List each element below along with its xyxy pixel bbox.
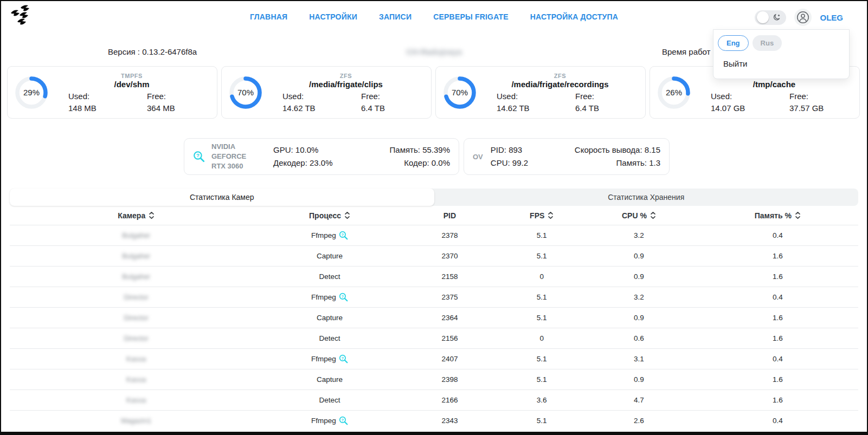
header-right-controls: OLEG bbox=[755, 9, 843, 26]
gpu-stats-left: GPU: 10.0% Декодер: 23.0% bbox=[273, 144, 333, 170]
nav-home[interactable]: ГЛАВНАЯ bbox=[250, 12, 287, 21]
frigate-logo bbox=[9, 4, 34, 31]
column-header[interactable]: CPU % bbox=[581, 211, 697, 220]
table-row: BulgaherFfmpeg ? 23785.13.20.4 bbox=[10, 225, 858, 245]
fps-cell: 5.1 bbox=[503, 417, 581, 425]
process-cell: Capture bbox=[262, 252, 396, 260]
ffmpeg-info-icon[interactable]: ? bbox=[339, 354, 348, 363]
user-avatar[interactable] bbox=[794, 9, 812, 26]
fps-cell: 5.1 bbox=[503, 293, 581, 301]
table-header: Камера Процесс PIDFPS CPU % Память % bbox=[10, 206, 858, 225]
svg-text:?: ? bbox=[341, 356, 344, 361]
svg-text:?: ? bbox=[196, 152, 200, 158]
free-label: Free: bbox=[560, 92, 639, 101]
lang-rus-button[interactable]: Rus bbox=[753, 35, 782, 51]
ffmpeg-info-icon[interactable]: ? bbox=[339, 416, 348, 425]
ov-stats-right: Скорость вывода: 8.15 Память: 1.3 bbox=[575, 144, 660, 170]
cpu-cell: 0.6 bbox=[581, 334, 697, 342]
process-cell: Ffmpeg ? bbox=[262, 416, 396, 425]
column-header[interactable]: Память % bbox=[697, 211, 858, 220]
fs-path-label: /tmp/cache bbox=[696, 80, 853, 89]
gpu-memory: Память: 55.39% bbox=[390, 144, 450, 157]
toggle-knob bbox=[757, 11, 769, 23]
nav-recordings[interactable]: ЗАПИСИ bbox=[379, 12, 412, 21]
cpu-cell: 3.2 bbox=[581, 231, 697, 239]
ov-process-card: OV PID: 893 CPU: 99.2 Скорость вывода: 8… bbox=[464, 138, 670, 175]
cpu-cell: 4.7 bbox=[581, 396, 697, 404]
moon-icon bbox=[773, 13, 781, 22]
column-header[interactable]: FPS bbox=[503, 211, 581, 220]
pid-cell: 2370 bbox=[397, 252, 503, 260]
free-value: 37.57 GB bbox=[774, 103, 853, 113]
table-row: BulgaherCapture23705.10.91.6 bbox=[10, 245, 858, 266]
table-row: KassaCapture23985.10.91.6 bbox=[10, 369, 858, 389]
table-row: DirectorDetect215600.61.6 bbox=[10, 328, 858, 348]
camera-name-blurred: Magazin1 bbox=[121, 417, 151, 425]
mem-cell: 1.6 bbox=[697, 314, 858, 322]
nav-access-settings[interactable]: НАСТРОЙКА ДОСТУПА bbox=[530, 12, 618, 21]
tab-camera-stats[interactable]: Статистика Камер bbox=[10, 189, 434, 206]
ov-memory: Память: 1.3 bbox=[575, 157, 660, 170]
mem-cell: 0.4 bbox=[697, 293, 858, 301]
frigate-stats-page: ГЛАВНАЯ НАСТРОЙКИ ЗАПИСИ СЕРВЕРЫ FRIGATE… bbox=[0, 0, 868, 435]
pid-cell: 2407 bbox=[397, 355, 503, 363]
camera-name-blurred: Bulgaher bbox=[122, 272, 150, 281]
uptime-label: Время работ bbox=[662, 47, 710, 56]
sort-icon bbox=[344, 211, 350, 219]
svg-text:?: ? bbox=[341, 294, 344, 299]
svg-text:?: ? bbox=[341, 418, 344, 423]
fps-cell: 5.1 bbox=[503, 314, 581, 322]
usage-gauge: 26% bbox=[657, 75, 691, 110]
free-value: 6.4 TB bbox=[560, 103, 639, 113]
language-switcher: Eng Rus bbox=[713, 34, 849, 56]
storage-card-recordings: 70% ZFS /media/frigate/recordings Used: … bbox=[435, 66, 646, 119]
username-button[interactable]: OLEG bbox=[820, 13, 843, 22]
lang-eng-button[interactable]: Eng bbox=[718, 35, 749, 51]
pid-cell: 2378 bbox=[397, 231, 503, 239]
version-label: Версия : 0.13.2-6476f8a bbox=[108, 47, 197, 56]
used-label: Used: bbox=[481, 92, 560, 101]
camera-name-blurred: Director bbox=[124, 293, 149, 301]
fps-cell: 5.1 bbox=[503, 375, 581, 384]
tab-storage-stats[interactable]: Статистика Хранения bbox=[434, 189, 859, 206]
blurred-location-title: CH-Radujnaya bbox=[406, 47, 462, 56]
camera-name-blurred: Director bbox=[124, 314, 149, 322]
svg-text:?: ? bbox=[341, 232, 344, 237]
cpu-cell: 3.2 bbox=[581, 293, 697, 301]
logout-menu-item[interactable]: Выйти bbox=[713, 56, 849, 71]
used-value: 14.07 GB bbox=[696, 103, 774, 113]
pid-cell: 2166 bbox=[397, 396, 503, 404]
gauge-percent: 70% bbox=[442, 75, 477, 110]
used-label: Used: bbox=[696, 92, 774, 101]
camera-stats-table: Камера Процесс PIDFPS CPU % Память % Bul… bbox=[10, 206, 858, 431]
used-value: 14.62 TB bbox=[481, 103, 560, 113]
mem-cell: 1.6 bbox=[697, 272, 858, 281]
nav-settings[interactable]: НАСТРОЙКИ bbox=[309, 12, 357, 21]
ffmpeg-info-icon[interactable]: ? bbox=[339, 231, 348, 240]
user-dropdown-menu: Eng Rus Выйти bbox=[713, 29, 850, 79]
pid-cell: 2364 bbox=[397, 314, 503, 322]
ffmpeg-info-icon[interactable]: ? bbox=[339, 293, 348, 302]
ov-cpu: CPU: 99.2 bbox=[491, 157, 528, 170]
table-row: BulgaherDetect215800.91.6 bbox=[10, 266, 858, 287]
column-header[interactable]: Камера bbox=[10, 211, 262, 220]
gpu-info-icon[interactable]: ? bbox=[193, 151, 205, 163]
fs-path-label: /media/frigate/clips bbox=[267, 80, 425, 89]
cpu-cell: 2.6 bbox=[581, 417, 697, 425]
fps-cell: 5.1 bbox=[503, 231, 581, 239]
sort-icon bbox=[149, 211, 155, 219]
process-cell: Ffmpeg ? bbox=[262, 354, 396, 363]
used-value: 14.62 TB bbox=[267, 103, 346, 113]
usage-gauge: 29% bbox=[14, 75, 49, 110]
nav-frigate-servers[interactable]: СЕРВЕРЫ FRIGATE bbox=[433, 12, 509, 21]
process-cell: Ffmpeg ? bbox=[262, 293, 396, 302]
free-value: 6.4 TB bbox=[346, 103, 425, 113]
gpu-stats-card: ? NVIDIA GEFORCE RTX 3060 GPU: 10.0% Дек… bbox=[184, 138, 459, 175]
process-cell: Ffmpeg ? bbox=[262, 231, 396, 240]
mem-cell: 0.4 bbox=[697, 231, 858, 239]
used-label: Used: bbox=[267, 92, 346, 101]
column-header[interactable]: Процесс bbox=[262, 211, 396, 220]
pid-cell: 2156 bbox=[397, 334, 503, 342]
dark-mode-toggle[interactable] bbox=[755, 10, 786, 25]
fps-cell: 0 bbox=[503, 334, 581, 342]
